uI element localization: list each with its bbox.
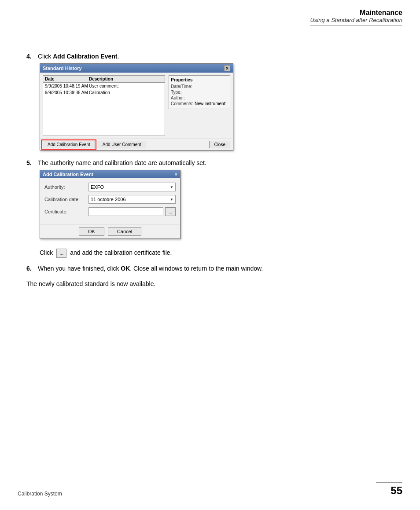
standard-history-list-panel: Date Description 9/9/2005 10:48:19 AM Us…	[43, 75, 165, 136]
step-4-content: Click Add Calibration Event.	[38, 53, 119, 60]
step-5-content: The authority name and calibration date …	[38, 159, 206, 166]
list-item-2-date: 9/9/2005 10:39:36 AM	[45, 90, 89, 95]
page-header: Maintenance Using a Standard after Recal…	[310, 9, 402, 26]
step-4-number: 4.	[26, 53, 35, 60]
standard-history-footer: Add Calibration Event Add User Comment C…	[40, 139, 233, 150]
prop-author: Author:	[171, 95, 228, 100]
calibration-date-select[interactable]: 11 octobre 2006 ▼	[88, 195, 176, 204]
certificate-browse-button[interactable]: ...	[165, 207, 176, 216]
step-6-content: When you have finished, click OK. Close …	[38, 265, 263, 272]
list-header: Date Description	[43, 76, 165, 83]
certificate-control: ...	[88, 207, 176, 216]
list-item-2[interactable]: 9/9/2005 10:39:36 AM Calibration	[43, 89, 165, 96]
properties-title: Properties	[171, 77, 228, 82]
authority-control: EXFO ▼	[88, 183, 176, 191]
add-calibration-titlebar: Add Calibration Event ×	[40, 170, 180, 178]
standard-history-body: Date Description 9/9/2005 10:48:19 AM Us…	[40, 73, 233, 139]
calibration-date-row: Calibration date: 11 octobre 2006 ▼	[44, 195, 176, 204]
prop-comments: Comments: New instrument:	[171, 101, 228, 106]
step-5-block: 5. The authority name and calibration da…	[26, 159, 402, 258]
add-calibration-event-button[interactable]: Add Calibration Event	[43, 141, 95, 148]
add-calibration-close-icon[interactable]: ×	[175, 172, 177, 177]
step-6-number: 6.	[26, 265, 35, 272]
header-title: Maintenance	[310, 9, 402, 17]
add-calibration-title: Add Calibration Event	[43, 172, 93, 177]
col-date-header: Date	[45, 77, 89, 81]
calibration-date-control: 11 octobre 2006 ▼	[88, 195, 176, 204]
add-calibration-dialog: Add Calibration Event × Authority: EXFO …	[40, 170, 181, 239]
step-6-block: 6. When you have finished, click OK. Clo…	[26, 265, 402, 272]
add-user-comment-button[interactable]: Add User Comment	[98, 141, 146, 148]
list-item-1-date: 9/9/2005 10:48:19 AM	[45, 84, 89, 88]
standard-history-screenshot: Standard History × Date Description 9/9/…	[40, 63, 402, 150]
header-subtitle: Using a Standard after Recalibration	[310, 17, 402, 23]
standard-history-title: Standard History	[43, 66, 82, 71]
list-body: 9/9/2005 10:48:19 AM User comment: 9/9/2…	[43, 83, 165, 136]
certificate-label: Certificate:	[44, 209, 88, 214]
prop-datetime: Date/Time:	[171, 84, 228, 89]
authority-label: Authority:	[44, 184, 88, 190]
add-calibration-screenshot: Add Calibration Event × Authority: EXFO …	[40, 170, 402, 239]
col-desc-header: Description	[89, 77, 163, 81]
step-4-block: 4. Click Add Calibration Event. Standard…	[26, 53, 402, 150]
list-item-2-desc: Calibration	[89, 90, 163, 95]
cancel-button[interactable]: Cancel	[108, 227, 141, 236]
step-5-number: 5.	[26, 159, 35, 166]
close-button[interactable]: Close	[209, 141, 230, 148]
standard-history-titlebar: Standard History ×	[40, 64, 233, 73]
calibration-date-value: 11 octobre 2006	[91, 197, 126, 202]
add-calibration-footer: OK Cancel	[40, 224, 180, 238]
certificate-row: Certificate: ...	[44, 207, 176, 216]
step-4-text: 4. Click Add Calibration Event.	[26, 53, 402, 60]
standard-history-dialog: Standard History × Date Description 9/9/…	[40, 63, 233, 150]
page-number: 55	[376, 482, 402, 497]
authority-value: EXFO	[91, 184, 104, 190]
authority-select[interactable]: EXFO ▼	[88, 183, 176, 191]
step-5-text: 5. The authority name and calibration da…	[26, 159, 402, 166]
properties-panel: Properties Date/Time: Type: Author:	[169, 75, 230, 136]
properties-box: Properties Date/Time: Type: Author:	[169, 75, 230, 109]
standard-history-close-icon[interactable]: ×	[224, 65, 230, 71]
browse-inline-btn: ...	[56, 249, 66, 258]
calibration-date-label: Calibration date:	[44, 197, 88, 202]
final-note: The newly calibrated standard is now ava…	[26, 279, 402, 289]
step-5-note: Click ... and add the calibration certif…	[40, 248, 402, 258]
add-calibration-body: Authority: EXFO ▼ Calibration date:	[40, 178, 180, 224]
step-6-text: 6. When you have finished, click OK. Clo…	[26, 265, 402, 272]
list-item-1[interactable]: 9/9/2005 10:48:19 AM User comment:	[43, 83, 165, 89]
ok-label: OK	[121, 265, 130, 272]
add-calibration-event-label: Add Calibration Event	[53, 53, 117, 60]
page-footer: Calibration System 55	[18, 482, 402, 497]
prop-type: Type:	[171, 90, 228, 95]
main-content: 4. Click Add Calibration Event. Standard…	[26, 53, 402, 296]
authority-dropdown-arrow: ▼	[170, 185, 173, 189]
ok-button[interactable]: OK	[79, 227, 104, 236]
authority-row: Authority: EXFO ▼	[44, 183, 176, 191]
footer-left-text: Calibration System	[18, 491, 62, 497]
certificate-input[interactable]	[88, 207, 163, 216]
calibration-date-dropdown-arrow: ▼	[170, 198, 173, 202]
list-item-1-desc: User comment:	[89, 84, 163, 88]
